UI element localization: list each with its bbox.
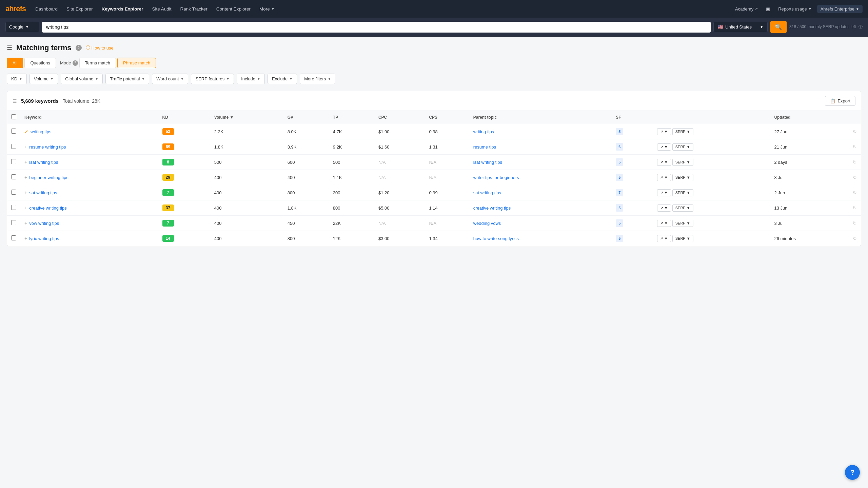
nav-content-explorer[interactable]: Content Explorer xyxy=(213,4,254,14)
nav-keywords-explorer[interactable]: Keywords Explorer xyxy=(98,4,146,14)
trend-button[interactable]: ↗ ▼ xyxy=(657,189,671,196)
table-drag-handle-icon[interactable]: ☰ xyxy=(13,98,17,104)
keyword-link[interactable]: beginner writing tips xyxy=(29,175,68,180)
ahrefs-logo[interactable]: ahrefs xyxy=(5,4,26,13)
filter-volume[interactable]: Volume ▼ xyxy=(29,74,58,84)
nav-rank-tracker[interactable]: Rank Tracker xyxy=(177,4,211,14)
serp-button[interactable]: SERP ▼ xyxy=(672,128,693,135)
keyword-link[interactable]: vow writing tips xyxy=(29,221,59,226)
parent-topic-link[interactable]: wedding vows xyxy=(473,221,501,226)
serp-button[interactable]: SERP ▼ xyxy=(672,159,693,166)
parent-topic-link[interactable]: resume tips xyxy=(473,144,496,150)
parent-topic-link[interactable]: creative writing tips xyxy=(473,206,511,211)
refresh-cell[interactable]: ↻ xyxy=(849,200,861,216)
row-checkbox-cell[interactable] xyxy=(7,231,20,246)
serp-help-icon[interactable]: ⓘ xyxy=(859,24,863,29)
keyword-search-input[interactable] xyxy=(42,22,711,33)
serp-button[interactable]: SERP ▼ xyxy=(672,143,693,151)
filter-kd[interactable]: KD ▼ xyxy=(7,74,27,84)
refresh-cell[interactable]: ↻ xyxy=(849,124,861,139)
add-keyword-icon[interactable]: + xyxy=(24,159,27,165)
nav-more[interactable]: More ▼ xyxy=(256,4,278,14)
refresh-icon[interactable]: ↻ xyxy=(853,205,857,211)
trend-button[interactable]: ↗ ▼ xyxy=(657,159,671,166)
serp-button[interactable]: SERP ▼ xyxy=(672,189,693,196)
refresh-icon[interactable]: ↻ xyxy=(853,159,857,165)
refresh-icon[interactable]: ↻ xyxy=(853,129,857,134)
refresh-cell[interactable]: ↻ xyxy=(849,155,861,170)
filter-word-count[interactable]: Word count ▼ xyxy=(152,74,188,84)
keyword-link[interactable]: lyric writing tips xyxy=(29,236,59,241)
refresh-cell[interactable]: ↻ xyxy=(849,216,861,231)
filter-exclude[interactable]: Exclude ▼ xyxy=(268,74,297,84)
country-select[interactable]: 🇺🇸 United States ▼ xyxy=(713,22,768,32)
sidebar-toggle-icon[interactable]: ☰ xyxy=(7,44,12,52)
refresh-icon[interactable]: ↻ xyxy=(853,220,857,226)
keyword-link[interactable]: writing tips xyxy=(31,129,51,134)
refresh-icon[interactable]: ↻ xyxy=(853,144,857,150)
volume-col-header[interactable]: Volume ▼ xyxy=(210,111,283,124)
reports-usage-btn[interactable]: Reports usage ▼ xyxy=(775,5,814,13)
parent-topic-link[interactable]: how to write song lyrics xyxy=(473,236,519,241)
row-checkbox-cell[interactable] xyxy=(7,155,20,170)
row-checkbox[interactable] xyxy=(11,159,16,164)
tab-questions[interactable]: Questions xyxy=(24,58,56,68)
parent-topic-link[interactable]: lsat writing tips xyxy=(473,160,502,165)
filter-global-volume[interactable]: Global volume ▼ xyxy=(61,74,103,84)
add-keyword-icon[interactable]: + xyxy=(24,175,27,180)
row-checkbox[interactable] xyxy=(11,190,16,195)
row-checkbox[interactable] xyxy=(11,129,16,134)
refresh-icon[interactable]: ↻ xyxy=(853,190,857,195)
tab-phrase-match[interactable]: Phrase match xyxy=(117,58,156,68)
trend-button[interactable]: ↗ ▼ xyxy=(657,174,671,181)
row-checkbox[interactable] xyxy=(11,144,16,149)
refresh-icon[interactable]: ↻ xyxy=(853,175,857,180)
filter-serp-features[interactable]: SERP features ▼ xyxy=(191,74,234,84)
row-checkbox-cell[interactable] xyxy=(7,185,20,200)
tab-terms-match[interactable]: Terms match xyxy=(79,58,116,68)
row-checkbox[interactable] xyxy=(11,174,16,179)
enterprise-btn[interactable]: Ahrefs Enterprise ▼ xyxy=(817,5,863,13)
row-checkbox-cell[interactable] xyxy=(7,124,20,139)
parent-topic-link[interactable]: writing tips xyxy=(473,129,494,134)
add-keyword-icon[interactable]: + xyxy=(24,236,27,241)
keyword-link[interactable]: resume writing tips xyxy=(29,144,66,150)
nav-dashboard[interactable]: Dashboard xyxy=(32,4,61,14)
row-checkbox[interactable] xyxy=(11,235,16,240)
search-button[interactable]: 🔍 xyxy=(770,21,787,33)
export-button[interactable]: 📋 Export xyxy=(825,96,855,106)
engine-select[interactable]: Google ▼ xyxy=(5,22,39,32)
nav-site-audit[interactable]: Site Audit xyxy=(149,4,175,14)
trend-button[interactable]: ↗ ▼ xyxy=(657,220,671,227)
keyword-link[interactable]: creative writing tips xyxy=(29,206,67,211)
refresh-cell[interactable]: ↻ xyxy=(849,139,861,155)
serp-button[interactable]: SERP ▼ xyxy=(672,235,693,242)
refresh-icon[interactable]: ↻ xyxy=(853,236,857,241)
mode-help-icon[interactable]: ? xyxy=(73,60,78,66)
row-checkbox[interactable] xyxy=(11,205,16,210)
add-keyword-icon[interactable]: + xyxy=(24,205,27,211)
add-keyword-icon[interactable]: + xyxy=(24,220,27,226)
row-checkbox[interactable] xyxy=(11,220,16,225)
tab-all[interactable]: All xyxy=(7,58,23,68)
select-all-checkbox[interactable] xyxy=(11,114,16,119)
select-all-header[interactable] xyxy=(7,111,20,124)
keyword-link[interactable]: sat writing tips xyxy=(29,190,57,195)
trend-button[interactable]: ↗ ▼ xyxy=(657,128,671,135)
trend-button[interactable]: ↗ ▼ xyxy=(657,235,671,242)
row-checkbox-cell[interactable] xyxy=(7,216,20,231)
parent-topic-link[interactable]: writer tips for beginners xyxy=(473,175,519,180)
keyword-link[interactable]: lsat writing tips xyxy=(29,160,58,165)
refresh-cell[interactable]: ↻ xyxy=(849,170,861,185)
monitor-icon-btn[interactable]: ▣ xyxy=(763,4,773,14)
refresh-cell[interactable]: ↻ xyxy=(849,231,861,246)
row-checkbox-cell[interactable] xyxy=(7,170,20,185)
serp-button[interactable]: SERP ▼ xyxy=(672,220,693,227)
academy-link[interactable]: Academy ↗ xyxy=(732,4,761,14)
trend-button[interactable]: ↗ ▼ xyxy=(657,143,671,151)
serp-button[interactable]: SERP ▼ xyxy=(672,204,693,212)
nav-site-explorer[interactable]: Site Explorer xyxy=(63,4,96,14)
how-to-use-link[interactable]: ⓘ How to use xyxy=(86,45,114,51)
filter-more[interactable]: More filters ▼ xyxy=(300,74,335,84)
row-checkbox-cell[interactable] xyxy=(7,200,20,216)
